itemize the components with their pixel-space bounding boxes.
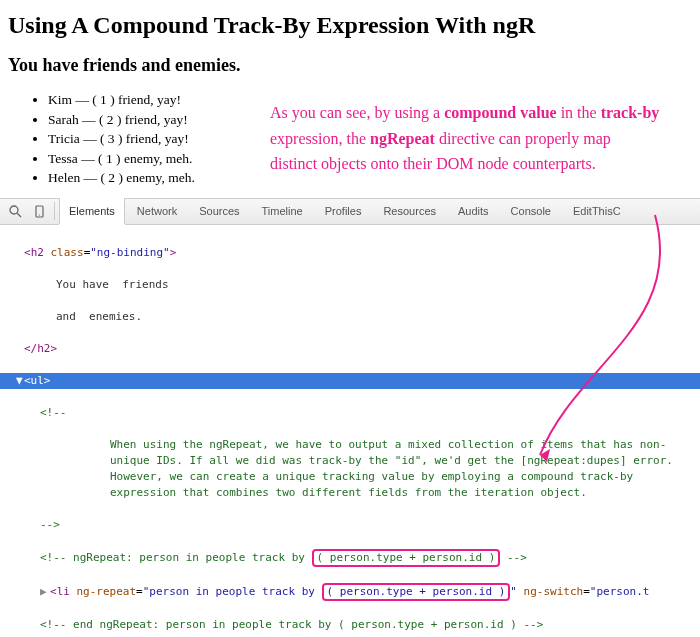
handwritten-annotation: As you can see, by using a compound valu…	[270, 100, 660, 177]
search-icon[interactable]	[4, 201, 26, 221]
page-subtitle: You have friends and enemies.	[8, 55, 692, 76]
tab-elements[interactable]: Elements	[59, 198, 125, 224]
tab-audits[interactable]: Audits	[448, 198, 499, 224]
page-title: Using A Compound Track-By Expression Wit…	[8, 12, 692, 39]
trackby-highlight-2: ( person.type + person.id )	[322, 583, 511, 601]
tab-timeline[interactable]: Timeline	[252, 198, 313, 224]
tab-console[interactable]: Console	[501, 198, 561, 224]
devtools-dom-tree[interactable]: <h2 class="ng-binding"> You have friends…	[0, 225, 700, 637]
tab-resources[interactable]: Resources	[373, 198, 446, 224]
toolbar-separator	[54, 202, 55, 220]
tab-editthiscookie[interactable]: EditThisC	[563, 198, 631, 224]
tab-profiles[interactable]: Profiles	[315, 198, 372, 224]
devtools-panel: Elements Network Sources Timeline Profil…	[0, 198, 700, 637]
h2-text-line2: and enemies.	[56, 310, 142, 323]
svg-point-0	[10, 206, 18, 214]
svg-line-1	[17, 213, 21, 217]
ngrepeat-explainer-comment: When using the ngRepeat, we have to outp…	[110, 438, 673, 499]
tab-sources[interactable]: Sources	[189, 198, 249, 224]
h2-text-line1: You have friends	[56, 278, 169, 291]
selected-ul-node[interactable]: ▼<ul>	[0, 373, 700, 389]
device-icon[interactable]	[28, 201, 50, 221]
devtools-toolbar: Elements Network Sources Timeline Profil…	[0, 199, 700, 225]
trackby-highlight-1: ( person.type + person.id )	[312, 549, 501, 567]
svg-point-3	[38, 214, 39, 215]
tab-network[interactable]: Network	[127, 198, 187, 224]
